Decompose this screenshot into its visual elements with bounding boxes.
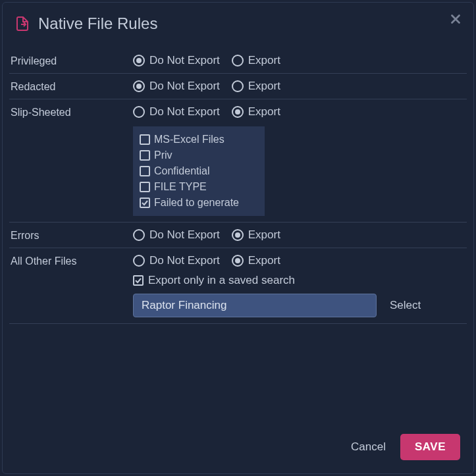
radio-export[interactable]: Export — [232, 228, 280, 242]
radio-do-not-export[interactable]: Do Not Export — [133, 54, 220, 67]
dialog-title: Native File Rules — [38, 14, 157, 33]
radio-export[interactable]: Export — [232, 80, 280, 93]
checkbox-icon — [140, 150, 150, 161]
checkbox-icon — [140, 198, 150, 208]
radio-label: Export — [248, 105, 280, 119]
rule-row-errors: Errors Do Not Export Export — [9, 223, 467, 248]
checkbox-label: Failed to generate — [154, 197, 239, 209]
dialog-body: Privileged Do Not Export Export Redacted — [3, 38, 473, 422]
rule-controls: Do Not Export Export Export only in a sa… — [133, 254, 467, 317]
radio-dot-icon — [133, 229, 145, 241]
radio-group: Do Not Export Export — [133, 80, 467, 93]
radio-label: Do Not Export — [149, 105, 220, 119]
radio-export[interactable]: Export — [232, 254, 280, 267]
rule-label: Slip-Sheeted — [9, 105, 133, 119]
rule-label: Privileged — [9, 54, 133, 67]
radio-label: Export — [248, 254, 280, 267]
radio-group: Do Not Export Export — [133, 254, 467, 267]
radio-dot-icon — [133, 106, 145, 118]
radio-do-not-export[interactable]: Do Not Export — [133, 254, 220, 267]
radio-export[interactable]: Export — [232, 54, 280, 67]
checkbox-ms-excel[interactable]: MS-Excel Files — [140, 132, 258, 147]
rule-controls: Do Not Export Export — [133, 80, 467, 93]
checkbox-icon — [140, 182, 150, 192]
rule-label: Errors — [9, 228, 133, 242]
native-file-rules-dialog: Native File Rules Privileged Do Not Expo… — [2, 2, 474, 474]
rule-label: Redacted — [9, 80, 133, 93]
radio-label: Export — [248, 228, 280, 242]
saved-search-row: Select — [133, 294, 467, 317]
slip-sheeted-checkbox-panel: MS-Excel Files Priv Confidential FILE TY… — [133, 126, 265, 216]
radio-dot-icon — [133, 255, 145, 267]
saved-search-controls: Export only in a saved search Select — [133, 274, 467, 317]
radio-dot-icon — [232, 80, 244, 92]
checkbox-priv[interactable]: Priv — [140, 147, 258, 163]
dialog-footer: Cancel SAVE — [3, 422, 473, 473]
radio-do-not-export[interactable]: Do Not Export — [133, 105, 220, 119]
radio-group: Do Not Export Export — [133, 105, 467, 119]
radio-label: Do Not Export — [149, 80, 220, 93]
checkbox-failed-to-generate[interactable]: Failed to generate — [140, 195, 258, 211]
radio-label: Export — [248, 80, 280, 93]
save-button[interactable]: SAVE — [400, 434, 460, 460]
checkbox-icon — [140, 166, 150, 176]
radio-export[interactable]: Export — [232, 105, 280, 119]
radio-do-not-export[interactable]: Do Not Export — [133, 80, 220, 93]
checkbox-file-type[interactable]: FILE TYPE — [140, 179, 258, 195]
select-button[interactable]: Select — [390, 299, 421, 312]
saved-search-input[interactable] — [133, 294, 377, 317]
radio-label: Do Not Export — [149, 228, 220, 242]
dialog-header: Native File Rules — [3, 3, 473, 38]
checkbox-confidential[interactable]: Confidential — [140, 163, 258, 179]
rule-label: All Other Files — [9, 254, 133, 267]
rule-row-all-other-files: All Other Files Do Not Export Export — [9, 248, 467, 324]
rule-controls: Do Not Export Export — [133, 228, 467, 242]
radio-do-not-export[interactable]: Do Not Export — [133, 228, 220, 242]
file-export-icon — [14, 16, 30, 32]
cancel-button[interactable]: Cancel — [351, 440, 386, 454]
rule-row-slip-sheeted: Slip-Sheeted Do Not Export Export MS — [9, 99, 467, 223]
rule-row-redacted: Redacted Do Not Export Export — [9, 74, 467, 99]
rule-controls: Do Not Export Export — [133, 54, 467, 67]
checkbox-label: Confidential — [154, 165, 210, 177]
radio-dot-icon — [232, 255, 244, 267]
checkbox-icon — [133, 275, 144, 286]
radio-label: Do Not Export — [149, 254, 220, 267]
radio-label: Export — [248, 54, 280, 67]
checkbox-label: Export only in a saved search — [148, 274, 295, 287]
radio-dot-icon — [133, 55, 145, 66]
radio-dot-icon — [133, 80, 145, 92]
radio-group: Do Not Export Export — [133, 54, 467, 67]
checkbox-label: FILE TYPE — [154, 181, 207, 193]
radio-dot-icon — [232, 55, 244, 66]
radio-dot-icon — [232, 106, 244, 118]
checkbox-label: MS-Excel Files — [154, 134, 225, 145]
checkbox-label: Priv — [154, 149, 172, 161]
rule-row-privileged: Privileged Do Not Export Export — [9, 43, 467, 74]
checkbox-icon — [140, 134, 150, 145]
radio-dot-icon — [232, 229, 244, 241]
radio-label: Do Not Export — [149, 54, 220, 67]
close-icon[interactable] — [448, 12, 463, 26]
radio-group: Do Not Export Export — [133, 228, 467, 242]
rule-controls: Do Not Export Export MS-Excel Files Priv — [133, 105, 467, 216]
checkbox-export-saved-search[interactable]: Export only in a saved search — [133, 274, 467, 287]
